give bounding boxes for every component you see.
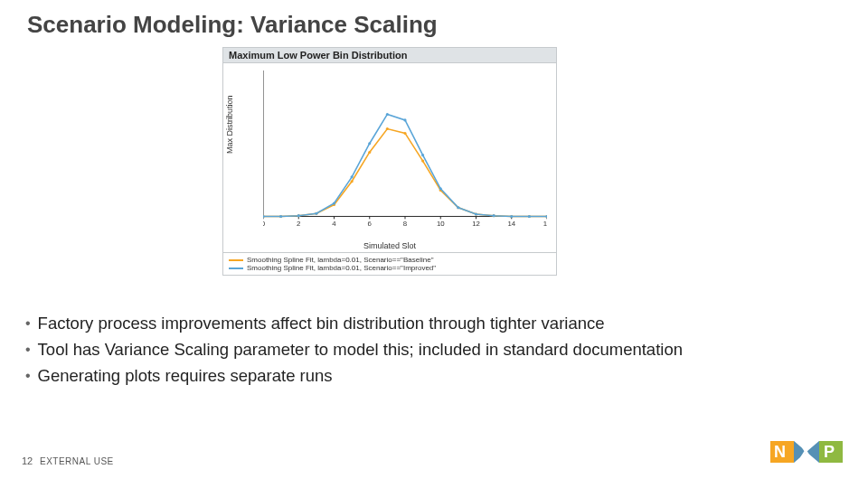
chart-plot: Max Distribution 0%20%40%50%80%100% 0246…: [222, 63, 557, 253]
page-number: 12: [22, 455, 33, 466]
svg-point-56: [386, 113, 389, 116]
chart-ylabel: Max Distribution: [225, 95, 234, 154]
svg-text:4: 4: [332, 220, 336, 227]
svg-point-54: [351, 175, 354, 178]
svg-point-41: [421, 160, 424, 163]
list-item: • Tool has Variance Scaling parameter to…: [25, 339, 832, 361]
nxp-logo-icon: N X P: [770, 434, 843, 470]
legend-swatch-icon: [229, 267, 243, 269]
bullet-text: Factory process improvements affect bin …: [38, 313, 605, 335]
legend-item: Smoothing Spline Fit, lambda=0.01, Scena…: [229, 256, 551, 264]
svg-point-57: [403, 118, 406, 121]
svg-point-52: [315, 212, 317, 215]
bullet-icon: •: [25, 339, 31, 361]
chart-title: Maximum Low Power Bin Distribution: [222, 47, 557, 63]
svg-text:10: 10: [437, 220, 445, 227]
svg-text:16: 16: [543, 220, 547, 227]
page-title: Scenario Modeling: Variance Scaling: [27, 11, 438, 39]
svg-point-60: [457, 206, 459, 209]
svg-point-65: [545, 215, 547, 218]
svg-text:P: P: [824, 443, 835, 461]
bullet-list: • Factory process improvements affect bi…: [25, 313, 832, 391]
bullet-text: Generating plots requires separate runs: [38, 365, 333, 388]
svg-point-49: [263, 215, 265, 218]
svg-point-40: [403, 132, 406, 135]
footer-label: EXTERNAL USE: [40, 456, 114, 466]
chart-container: Maximum Low Power Bin Distribution Max D…: [222, 47, 557, 276]
svg-point-59: [439, 187, 442, 190]
svg-point-50: [279, 215, 282, 218]
chart-canvas: 0%20%40%50%80%100% 0246810121416: [263, 70, 547, 227]
svg-point-38: [368, 151, 371, 154]
svg-point-63: [510, 215, 513, 218]
legend-label: Smoothing Spline Fit, lambda=0.01, Scena…: [247, 256, 433, 264]
svg-point-39: [386, 127, 389, 130]
legend-label: Smoothing Spline Fit, lambda=0.01, Scena…: [247, 264, 436, 272]
svg-point-55: [368, 142, 371, 145]
svg-text:14: 14: [507, 220, 515, 227]
svg-point-37: [351, 180, 354, 183]
chart-legend: Smoothing Spline Fit, lambda=0.01, Scena…: [222, 253, 557, 276]
svg-point-53: [333, 202, 335, 204]
chart-xlabel: Simulated Slot: [223, 241, 556, 250]
bullet-icon: •: [25, 365, 31, 387]
svg-text:N: N: [774, 443, 786, 461]
legend-item: Smoothing Spline Fit, lambda=0.01, Scena…: [229, 264, 551, 272]
svg-point-51: [297, 214, 300, 217]
legend-swatch-icon: [229, 259, 243, 261]
bullet-text: Tool has Variance Scaling parameter to m…: [38, 339, 683, 361]
svg-text:0: 0: [263, 220, 265, 227]
svg-text:X: X: [800, 443, 811, 461]
svg-point-62: [493, 214, 495, 217]
svg-point-61: [475, 213, 477, 216]
svg-text:12: 12: [472, 220, 480, 227]
svg-point-58: [421, 154, 424, 156]
svg-text:8: 8: [403, 220, 407, 227]
list-item: • Factory process improvements affect bi…: [25, 313, 832, 335]
list-item: • Generating plots requires separate run…: [25, 365, 832, 388]
svg-text:6: 6: [368, 220, 372, 227]
bullet-icon: •: [25, 313, 31, 334]
svg-text:2: 2: [297, 220, 300, 227]
svg-point-64: [528, 215, 531, 218]
